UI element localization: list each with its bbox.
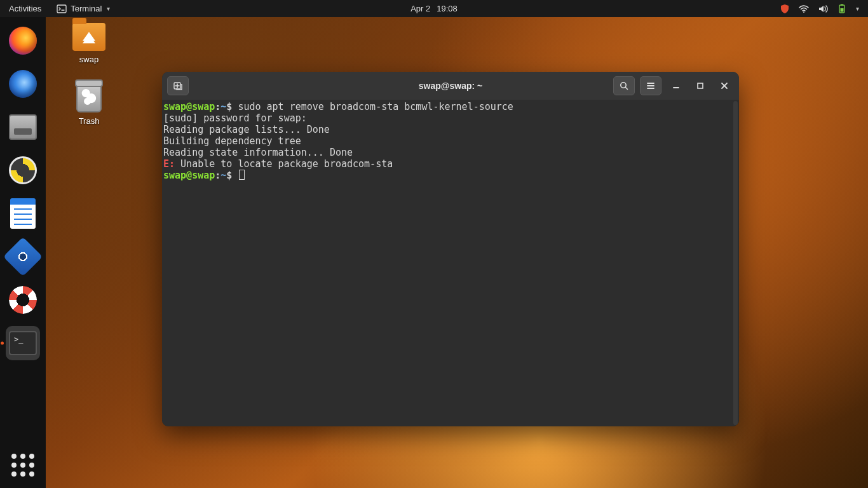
dock-rhythmbox[interactable] (6, 153, 40, 187)
dock-software[interactable] (6, 240, 40, 274)
files-icon (9, 114, 37, 140)
battery-icon[interactable] (837, 4, 847, 14)
prompt-path: ~ (220, 170, 226, 181)
dock-writer[interactable] (6, 196, 40, 231)
thunderbird-icon (9, 70, 37, 98)
svg-rect-4 (841, 8, 844, 12)
maximize-button[interactable] (691, 76, 710, 95)
dock-files[interactable] (6, 110, 40, 144)
volume-icon[interactable] (818, 4, 828, 14)
prompt-path: ~ (220, 101, 226, 112)
system-tray: ▾ (780, 4, 868, 14)
firefox-icon (9, 27, 37, 55)
desktop-home-label: swap (60, 55, 118, 64)
folder-icon (72, 23, 105, 51)
prompt-user: swap@swap (163, 101, 215, 112)
help-icon (9, 286, 37, 314)
close-button[interactable] (715, 76, 734, 95)
rhythmbox-icon (9, 156, 37, 184)
clock-area[interactable]: Apr 2 19:08 (410, 4, 458, 13)
error-prefix: E: (163, 158, 175, 170)
terminal-viewport[interactable]: swap@swap:~$ sudo apt remove broadcom-st… (162, 100, 739, 426)
prompt-symbol: $ (226, 101, 232, 112)
search-button[interactable] (613, 76, 635, 95)
terminal-window: swap@swap: ~ swap@swap:~$ sudo apt remov… (162, 72, 739, 426)
show-applications-button[interactable] (11, 454, 34, 477)
svg-rect-3 (841, 4, 843, 5)
error-message: Unable to locate package broadcom-sta (175, 158, 393, 170)
desktop-icons: swap Trash (60, 23, 118, 144)
chevron-down-icon: ▾ (107, 5, 110, 12)
terminal-scrollbar[interactable] (733, 101, 738, 425)
terminal-app-icon (9, 331, 37, 355)
dock-firefox[interactable] (6, 24, 40, 58)
activities-label: Activities (9, 4, 41, 13)
output-sudo: [sudo] password for swap: (163, 112, 307, 124)
shield-icon[interactable] (780, 4, 790, 14)
dock-help[interactable] (6, 283, 40, 317)
output-reading: Reading package lists... Done (163, 124, 330, 135)
desktop-home-folder[interactable]: swap (60, 23, 118, 64)
terminal-output: swap@swap:~$ sudo apt remove broadcom-st… (162, 100, 739, 182)
window-titlebar[interactable]: swap@swap: ~ (162, 72, 739, 100)
software-icon (3, 237, 43, 276)
panel-time: 19:08 (437, 4, 458, 13)
new-tab-button[interactable] (167, 76, 189, 95)
dock (0, 17, 46, 488)
svg-point-1 (803, 11, 804, 13)
desktop-trash[interactable]: Trash (60, 82, 118, 126)
activities-button[interactable]: Activities (0, 0, 50, 17)
terminal-cursor (239, 170, 245, 180)
top-panel: Activities Terminal ▾ Apr 2 19:08 ▾ (0, 0, 868, 17)
panel-date: Apr 2 (410, 4, 430, 13)
svg-rect-7 (698, 83, 703, 88)
svg-rect-0 (57, 5, 66, 13)
wifi-icon[interactable] (799, 4, 809, 14)
command-line-1: sudo apt remove broadcom-sta bcmwl-kerne… (238, 101, 513, 112)
minimize-button[interactable] (667, 76, 686, 95)
app-menu-label: Terminal (71, 4, 102, 13)
prompt-symbol: $ (226, 170, 232, 181)
desktop-trash-label: Trash (60, 116, 118, 126)
terminal-icon (57, 4, 67, 14)
app-menu-button[interactable]: Terminal ▾ (50, 0, 116, 17)
prompt-user: swap@swap (163, 170, 215, 181)
chevron-down-icon[interactable]: ▾ (856, 5, 859, 12)
dock-terminal[interactable] (6, 326, 40, 360)
output-building: Building dependency tree (163, 135, 301, 147)
output-state: Reading state information... Done (163, 147, 353, 158)
trash-icon (76, 82, 102, 112)
dock-thunderbird[interactable] (6, 67, 40, 101)
writer-icon (10, 198, 36, 229)
hamburger-menu-button[interactable] (640, 76, 661, 95)
window-title: swap@swap: ~ (419, 81, 482, 91)
